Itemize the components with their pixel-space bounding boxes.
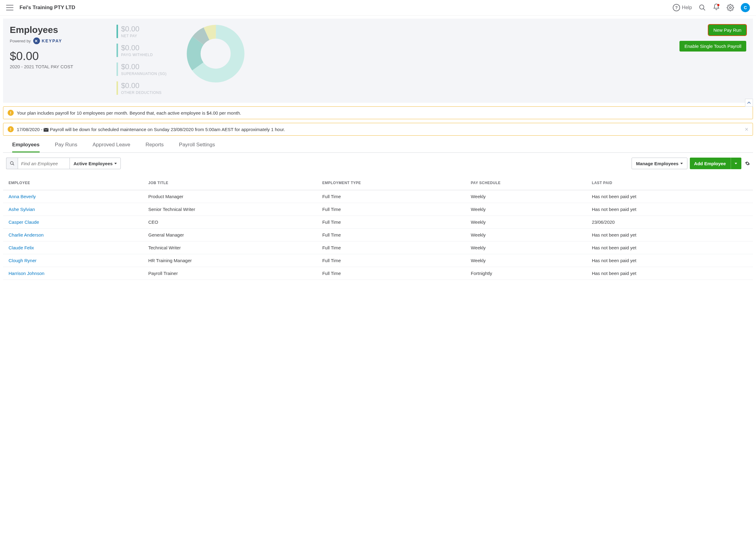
- svg-line-9: [13, 164, 14, 165]
- employee-name-link[interactable]: Clough Ryner: [3, 254, 143, 267]
- metric-payg: $0.00 PAYG WITHHELD: [116, 44, 177, 57]
- help-icon: ?: [673, 4, 680, 11]
- maintenance-alert: ! 17/08/2020 - Payroll will be down for …: [3, 123, 753, 136]
- cell-last-paid: Has not been paid yet: [586, 190, 753, 203]
- employee-name-link[interactable]: Harrison Johnson: [3, 267, 143, 280]
- powered-by-text: Powered by: [10, 39, 31, 43]
- cell-job-title: CEO: [143, 216, 317, 229]
- cell-last-paid: Has not been paid yet: [586, 267, 753, 280]
- powered-by: Powered by ✕ KEYPAY: [10, 38, 107, 44]
- tabs: Employees Pay Runs Approved Leave Report…: [3, 138, 753, 153]
- summary-actions: New Pay Run Enable Single Touch Payroll: [673, 25, 746, 95]
- employee-name-link[interactable]: Charlie Anderson: [3, 229, 143, 242]
- cell-employment-type: Full Time: [317, 216, 465, 229]
- col-last-paid[interactable]: LAST PAID: [586, 174, 753, 190]
- metric-label: OTHER DEDUCTIONS: [121, 91, 177, 95]
- keypay-text: KEYPAY: [42, 38, 62, 43]
- cell-last-paid: Has not been paid yet: [586, 203, 753, 216]
- help-label: Help: [682, 5, 692, 10]
- cell-pay-schedule: Weekly: [465, 242, 586, 254]
- company-name: Fei's Training PTY LTD: [20, 5, 673, 11]
- avatar[interactable]: C: [741, 3, 750, 12]
- employee-name-link[interactable]: Casper Claude: [3, 216, 143, 229]
- summary-metrics: $0.00 NET PAY $0.00 PAYG WITHHELD $0.00 …: [116, 25, 177, 95]
- cell-employment-type: Full Time: [317, 267, 465, 280]
- metric-value: $0.00: [121, 81, 177, 90]
- status-filter-label: Active Employees: [73, 161, 113, 166]
- add-label: Add Employee: [694, 161, 726, 166]
- col-employment-type[interactable]: EMPLOYMENT TYPE: [317, 174, 465, 190]
- metric-value: $0.00: [121, 25, 177, 33]
- cell-pay-schedule: Weekly: [465, 254, 586, 267]
- warning-icon: !: [8, 126, 14, 132]
- cell-pay-schedule: Weekly: [465, 216, 586, 229]
- svg-point-6: [194, 32, 238, 76]
- table-row: Charlie AndersonGeneral ManagerFull Time…: [3, 229, 753, 242]
- search-icon[interactable]: [699, 4, 706, 11]
- cell-job-title: Technical Writer: [143, 242, 317, 254]
- notifications-button[interactable]: [713, 3, 720, 12]
- collapse-toggle[interactable]: [745, 99, 753, 107]
- tab-payroll-settings[interactable]: Payroll Settings: [179, 142, 215, 153]
- search-icon: [10, 161, 15, 166]
- cell-last-paid: 23/06/2020: [586, 216, 753, 229]
- cell-pay-schedule: Fortnightly: [465, 267, 586, 280]
- tab-pay-runs[interactable]: Pay Runs: [55, 142, 77, 153]
- alert-body: Payroll will be down for scheduled maint…: [50, 127, 285, 132]
- gear-icon[interactable]: [727, 4, 734, 11]
- table-row: Claude FelixTechnical WriterFull TimeWee…: [3, 242, 753, 254]
- employee-name-link[interactable]: Claude Felix: [3, 242, 143, 254]
- add-employee-button[interactable]: Add Employee: [690, 158, 741, 169]
- status-filter[interactable]: Active Employees: [70, 158, 121, 169]
- cell-job-title: HR Training Manager: [143, 254, 317, 267]
- col-pay-schedule[interactable]: PAY SCHEDULE: [465, 174, 586, 190]
- menu-icon[interactable]: [6, 5, 13, 10]
- cell-last-paid: Has not been paid yet: [586, 229, 753, 242]
- tab-reports[interactable]: Reports: [145, 142, 164, 153]
- alert-date: 17/08/2020 -: [17, 127, 44, 132]
- chevron-up-icon: [747, 102, 751, 104]
- cell-last-paid: Has not been paid yet: [586, 242, 753, 254]
- add-employee-dropdown[interactable]: [731, 158, 737, 169]
- alert-text: 17/08/2020 - Payroll will be down for sc…: [17, 127, 742, 132]
- topbar: Fei's Training PTY LTD ? Help C: [0, 0, 756, 16]
- cell-pay-schedule: Weekly: [465, 203, 586, 216]
- cell-job-title: Senior Technical Writer: [143, 203, 317, 216]
- manage-employees-button[interactable]: Manage Employees: [632, 158, 687, 169]
- search-button[interactable]: [6, 158, 18, 169]
- employee-name-link[interactable]: Anna Beverly: [3, 190, 143, 203]
- metric-other: $0.00 OTHER DEDUCTIONS: [116, 81, 177, 95]
- summary-panel: Employees Powered by ✕ KEYPAY $0.00 2020…: [3, 19, 753, 103]
- metric-label: NET PAY: [121, 34, 177, 38]
- notification-dot: [717, 4, 719, 6]
- table-row: Harrison JohnsonPayroll TrainerFull Time…: [3, 267, 753, 280]
- table-row: Anna BeverlyProduct ManagerFull TimeWeek…: [3, 190, 753, 203]
- col-employee[interactable]: EMPLOYEE: [3, 174, 143, 190]
- table-header-row: EMPLOYEE JOB TITLE EMPLOYMENT TYPE PAY S…: [3, 174, 753, 190]
- keypay-icon: ✕: [33, 38, 40, 44]
- cell-employment-type: Full Time: [317, 190, 465, 203]
- donut-chart-wrap: [187, 25, 664, 95]
- svg-point-2: [729, 7, 731, 9]
- page-title: Employees: [10, 25, 107, 35]
- gear-icon[interactable]: [745, 161, 750, 166]
- metric-value: $0.00: [121, 63, 177, 71]
- topbar-actions: ? Help C: [673, 3, 750, 12]
- cell-pay-schedule: Weekly: [465, 190, 586, 203]
- close-icon[interactable]: ×: [745, 126, 748, 132]
- tab-approved-leave[interactable]: Approved Leave: [92, 142, 130, 153]
- svg-point-8: [10, 162, 13, 164]
- metric-label: SUPERANNUATION (SG): [121, 72, 177, 76]
- new-pay-run-button[interactable]: New Pay Run: [708, 25, 746, 35]
- metric-net-pay: $0.00 NET PAY: [116, 25, 177, 38]
- tab-employees[interactable]: Employees: [12, 142, 40, 153]
- employee-name-link[interactable]: Ashe Sylvian: [3, 203, 143, 216]
- search-input[interactable]: [18, 158, 70, 169]
- col-job-title[interactable]: JOB TITLE: [143, 174, 317, 190]
- cell-employment-type: Full Time: [317, 203, 465, 216]
- help-link[interactable]: ? Help: [673, 4, 692, 11]
- cell-last-paid: Has not been paid yet: [586, 254, 753, 267]
- enable-stp-button[interactable]: Enable Single Touch Payroll: [679, 41, 746, 52]
- cell-job-title: Product Manager: [143, 190, 317, 203]
- donut-chart: [187, 25, 245, 83]
